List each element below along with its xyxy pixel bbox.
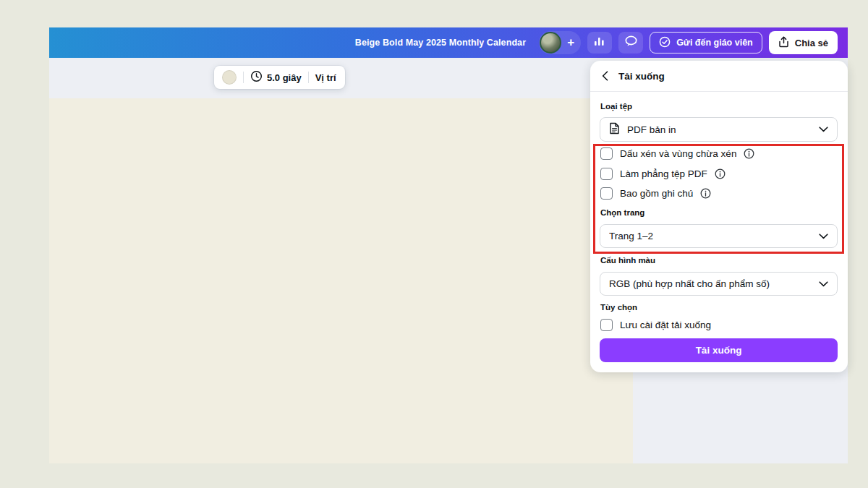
comments-button[interactable] [618, 32, 643, 53]
flatten-pdf-checkbox-row[interactable]: Làm phẳng tệp PDF [600, 166, 838, 181]
download-button[interactable]: Tải xuống [600, 338, 838, 362]
include-notes-checkbox-row[interactable]: Bao gồm ghi chú [600, 186, 838, 200]
avatar[interactable] [540, 32, 561, 53]
toolbar-divider [308, 72, 309, 83]
header-actions: + [539, 31, 838, 54]
color-swatch[interactable] [222, 70, 237, 85]
color-profile-dropdown[interactable]: RGB (phù hợp nhất cho ấn phẩm số) [600, 272, 838, 296]
avatar-group: + [539, 31, 581, 54]
document-title: Beige Bold May 2025 Monthly Calendar [355, 38, 526, 48]
comment-bubble-icon [624, 35, 638, 50]
file-type-value: PDF bản in [627, 124, 812, 135]
crop-marks-label: Dấu xén và vùng chừa xén [620, 148, 736, 159]
download-panel-header: Tải xuống [590, 61, 848, 92]
share-label: Chia sẻ [795, 38, 828, 48]
info-icon[interactable] [700, 188, 711, 199]
flatten-pdf-checkbox[interactable] [600, 168, 613, 180]
file-type-dropdown[interactable]: PDF bản in [600, 117, 838, 142]
flatten-pdf-label: Làm phẳng tệp PDF [620, 168, 707, 179]
chevron-down-icon [819, 281, 828, 287]
download-panel: Tải xuống Loại tệp PDF bản in Dấu xén và [590, 61, 848, 372]
bar-chart-icon [593, 35, 606, 50]
crop-marks-checkbox[interactable] [600, 147, 613, 160]
design-canvas[interactable] [49, 98, 633, 463]
share-button[interactable]: Chia sẻ [769, 31, 838, 54]
duration-label: 5.0 giây [267, 72, 302, 83]
header-bar: Beige Bold May 2025 Monthly Calendar + [49, 27, 848, 58]
save-settings-checkbox-row[interactable]: Lưu cài đặt tải xuống [600, 317, 838, 332]
include-notes-label: Bao gồm ghi chú [620, 188, 693, 199]
back-chevron-icon[interactable] [602, 71, 608, 81]
position-label: Vị trí [315, 72, 336, 83]
chevron-down-icon [819, 234, 828, 239]
check-circle-icon [659, 36, 671, 50]
editor-area: 5.0 giây Vị trí [49, 58, 633, 463]
duration-control[interactable]: 5.0 giây [250, 70, 302, 85]
options-label: Tùy chọn [600, 303, 637, 312]
select-pages-label: Chọn trang [600, 208, 644, 217]
share-upload-icon [778, 36, 789, 50]
insights-button[interactable] [587, 32, 612, 53]
save-settings-checkbox[interactable] [600, 319, 613, 331]
send-to-teacher-label: Gửi đến giáo viên [676, 38, 753, 48]
add-collaborator-button[interactable]: + [561, 33, 580, 53]
select-pages-dropdown[interactable]: Trang 1–2 [600, 224, 838, 248]
include-notes-checkbox[interactable] [600, 187, 613, 200]
chevron-down-icon [819, 127, 828, 132]
file-type-label: Loại tệp [600, 102, 632, 111]
pdf-document-icon [609, 122, 620, 137]
app-window: Beige Bold May 2025 Monthly Calendar + [49, 27, 848, 463]
position-control[interactable]: Vị trí [315, 72, 336, 83]
color-profile-value: RGB (phù hợp nhất cho ấn phẩm số) [609, 278, 812, 289]
save-settings-label: Lưu cài đặt tải xuống [620, 320, 711, 330]
select-pages-value: Trang 1–2 [609, 231, 812, 241]
panel-title: Tải xuống [618, 71, 665, 82]
send-to-teacher-button[interactable]: Gửi đến giáo viên [650, 32, 762, 53]
info-icon[interactable] [744, 148, 754, 159]
color-profile-label: Cấu hình màu [600, 256, 655, 265]
toolbar-divider [243, 72, 244, 83]
info-icon[interactable] [715, 168, 726, 179]
crop-marks-checkbox-row[interactable]: Dấu xén và vùng chừa xén [600, 146, 838, 160]
clock-icon [250, 70, 263, 85]
element-toolbar: 5.0 giây Vị trí [214, 66, 345, 89]
